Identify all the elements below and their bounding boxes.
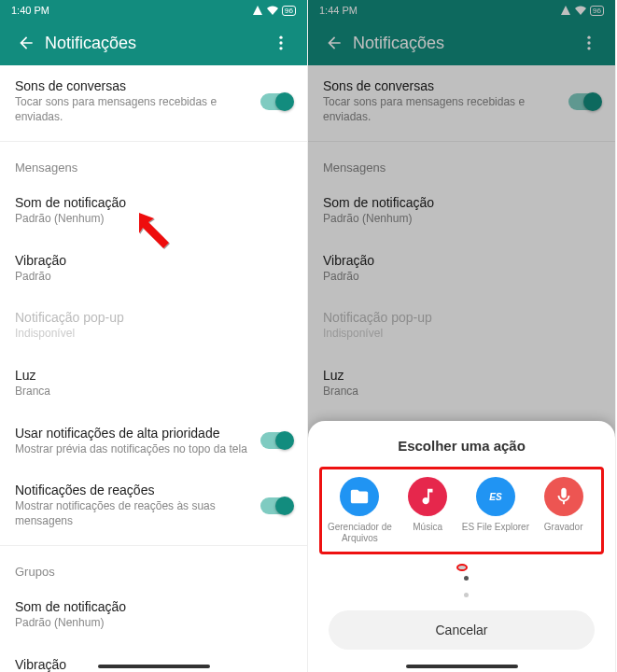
setting-title: Som de notificação xyxy=(323,195,600,210)
conversation-sounds-setting[interactable]: Sons de conversas Tocar sons para mensag… xyxy=(0,65,307,137)
svg-point-1 xyxy=(279,41,282,44)
divider xyxy=(308,141,615,142)
settings-content: Sons de conversas Tocar sons para mensag… xyxy=(0,65,307,672)
music-note-icon xyxy=(408,477,447,516)
status-time: 1:40 PM xyxy=(11,5,49,16)
setting-title: Vibração xyxy=(15,253,292,268)
setting-subtitle: Indisponível xyxy=(15,327,292,342)
nav-bar-handle[interactable] xyxy=(98,665,210,668)
popup-setting-disabled: Notificação pop-up Indisponível xyxy=(308,297,615,355)
setting-subtitle: Mostrar notificações de reações às suas … xyxy=(15,499,260,528)
group-sound-setting[interactable]: Som de notificação Padrão (Nenhum) xyxy=(0,586,307,644)
app-bar: Notificações xyxy=(308,21,615,65)
vibration-setting[interactable]: Vibração Padrão xyxy=(0,240,307,298)
phone-screenshot-left: 1:40 PM 96 Notificações Sons de conversa… xyxy=(0,0,308,672)
app-bar: Notificações xyxy=(0,21,307,65)
svg-point-0 xyxy=(279,36,282,39)
app-label: Gerenciador de Arquivos xyxy=(326,522,394,544)
folder-icon xyxy=(340,477,379,516)
setting-subtitle: Branca xyxy=(15,385,292,399)
setting-title: Som de notificação xyxy=(15,599,292,614)
cancel-button[interactable]: Cancelar xyxy=(329,610,595,650)
setting-title: Som de notificação xyxy=(15,195,292,210)
overflow-menu[interactable] xyxy=(262,34,300,52)
setting-title: Notificação pop-up xyxy=(323,310,600,325)
reactions-setting[interactable]: Notificações de reações Mostrar notifica… xyxy=(0,469,307,541)
battery-icon: 96 xyxy=(590,6,604,16)
setting-title: Notificação pop-up xyxy=(15,310,292,325)
svg-point-3 xyxy=(587,36,590,39)
nav-bar-handle[interactable] xyxy=(406,665,518,668)
section-header-messages: Mensagens xyxy=(0,146,307,182)
setting-title: Luz xyxy=(323,368,600,383)
setting-subtitle: Mostrar prévia das notificações no topo … xyxy=(15,442,260,457)
setting-title: Notificações de reações xyxy=(15,483,260,497)
divider xyxy=(0,141,307,142)
back-button[interactable] xyxy=(7,34,45,52)
es-explorer-icon: ES xyxy=(476,477,515,516)
section-header-groups: Grupos xyxy=(0,550,307,586)
toggle-switch[interactable] xyxy=(260,432,292,449)
vibration-setting: Vibração Padrão xyxy=(308,240,615,298)
app-option-recorder[interactable]: Gravador xyxy=(529,477,597,544)
divider xyxy=(0,545,307,546)
svg-point-4 xyxy=(587,41,590,44)
setting-subtitle: Padrão xyxy=(15,270,292,285)
back-button[interactable] xyxy=(316,34,353,52)
priority-setting[interactable]: Usar notificações de alta prioridade Mos… xyxy=(0,413,307,470)
light-setting[interactable]: Luz Branca xyxy=(0,355,307,413)
status-bar: 1:44 PM 96 xyxy=(308,0,615,21)
action-chooser-sheet: Escolher uma ação Gerenciador de Arquivo… xyxy=(308,421,615,672)
notification-sound-setting[interactable]: Som de notificação Padrão (Nenhum) xyxy=(0,182,307,240)
app-label: ES File Explorer xyxy=(462,522,530,533)
app-option-es-explorer[interactable]: ES ES File Explorer xyxy=(462,477,530,544)
microphone-icon xyxy=(544,477,583,516)
status-icons: 96 xyxy=(252,5,296,16)
app-option-file-manager[interactable]: Gerenciador de Arquivos xyxy=(326,477,394,544)
setting-subtitle: Padrão (Nenhum) xyxy=(15,212,292,227)
setting-subtitle: Padrão xyxy=(323,270,600,285)
section-header-messages: Mensagens xyxy=(308,146,615,182)
status-icons: 96 xyxy=(560,5,604,16)
setting-title: Sons de conversas xyxy=(15,78,260,93)
setting-subtitle: Branca xyxy=(323,385,600,399)
app-options-row: Gerenciador de Arquivos Música ES ES Fil… xyxy=(319,467,604,554)
toggle-switch xyxy=(568,93,600,110)
svg-text:ES: ES xyxy=(489,492,502,502)
app-label: Música xyxy=(394,522,462,533)
phone-screenshot-right: 1:44 PM 96 Notificações Sons de conversa… xyxy=(308,0,616,672)
conversation-sounds-setting: Sons de conversas Tocar sons para mensag… xyxy=(308,65,615,137)
status-time: 1:44 PM xyxy=(319,5,358,16)
svg-point-2 xyxy=(279,47,282,49)
svg-point-5 xyxy=(587,47,590,49)
toggle-switch[interactable] xyxy=(260,497,292,514)
overflow-menu[interactable] xyxy=(570,34,608,52)
setting-title: Sons de conversas xyxy=(323,78,568,93)
notification-sound-setting: Som de notificação Padrão (Nenhum) xyxy=(308,182,615,240)
setting-subtitle: Padrão (Nenhum) xyxy=(15,616,292,631)
setting-title: Usar notificações de alta prioridade xyxy=(15,426,260,441)
setting-subtitle: Tocar sons para mensagens recebidas e en… xyxy=(323,95,568,124)
status-bar: 1:40 PM 96 xyxy=(0,0,307,21)
app-option-music[interactable]: Música xyxy=(394,477,462,544)
setting-title: Luz xyxy=(15,368,292,383)
page-title: Notificações xyxy=(353,34,570,53)
app-label: Gravador xyxy=(529,522,597,533)
battery-icon: 96 xyxy=(282,6,296,16)
setting-subtitle: Tocar sons para mensagens recebidas e en… xyxy=(15,95,260,124)
setting-subtitle: Indisponível xyxy=(323,327,600,342)
page-indicator xyxy=(319,564,604,601)
light-setting: Luz Branca xyxy=(308,355,615,413)
toggle-switch[interactable] xyxy=(260,93,292,110)
popup-setting-disabled: Notificação pop-up Indisponível xyxy=(0,297,307,355)
setting-subtitle: Padrão (Nenhum) xyxy=(323,212,600,227)
sheet-title: Escolher uma ação xyxy=(319,438,604,454)
page-title: Notificações xyxy=(45,34,262,53)
setting-title: Vibração xyxy=(323,253,600,268)
